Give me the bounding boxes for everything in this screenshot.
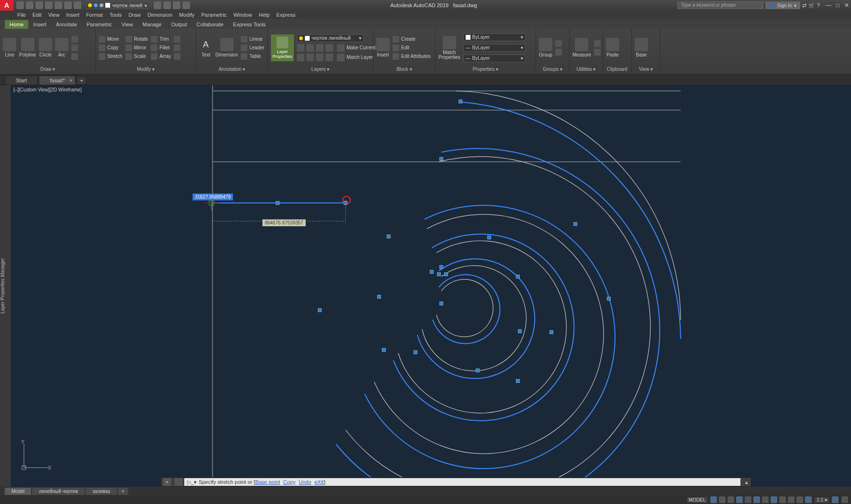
mirror-button[interactable]: Mirror [125, 45, 148, 51]
drawing-viewport[interactable]: [–][Custom View][2D Wireframe] [11, 85, 851, 487]
panel-draw[interactable]: Draw ▾ [0, 67, 95, 74]
modify-extra[interactable] [174, 36, 180, 43]
wrench-icon[interactable] [175, 478, 182, 486]
transparency-icon[interactable] [788, 496, 795, 503]
tab-home[interactable]: Home [5, 20, 28, 29]
text-button[interactable]: AText [199, 38, 213, 57]
move-button[interactable]: Move [99, 36, 123, 43]
grip[interactable] [607, 297, 611, 301]
layer-tool-icon[interactable] [316, 54, 324, 61]
panel-annotation[interactable]: Annotation ▾ [196, 67, 268, 74]
layer-tool-icon[interactable] [325, 54, 333, 61]
match-properties-button[interactable]: Match Properties [438, 36, 460, 60]
groups-extra[interactable] [555, 49, 562, 56]
menu-modify[interactable]: Modify [179, 12, 194, 18]
qat-icon[interactable] [154, 1, 161, 9]
app-logo[interactable]: A [0, 0, 13, 11]
save-icon[interactable] [35, 1, 43, 9]
panel-layers[interactable]: Layers ▾ [268, 67, 373, 74]
grip[interactable] [476, 369, 480, 372]
new-icon[interactable] [16, 1, 24, 9]
line-button[interactable]: Line [3, 38, 16, 57]
draw-extra[interactable] [71, 53, 78, 60]
scale-label[interactable]: 1:1 ▾ [815, 497, 829, 503]
customize-icon[interactable] [841, 496, 848, 503]
redo-icon[interactable] [74, 1, 81, 9]
menu-edit[interactable]: Edit [33, 12, 42, 18]
grip[interactable] [518, 329, 522, 333]
panel-utils[interactable]: Utilities ▾ [570, 67, 603, 74]
grip[interactable] [437, 272, 441, 276]
cart-icon[interactable]: 🛒 [808, 2, 815, 9]
circle-button[interactable]: Circle [39, 38, 52, 57]
match-layer-button[interactable]: Match Layer [337, 54, 373, 61]
add-layout-button[interactable]: + [118, 488, 128, 495]
tab-fasad[interactable]: fasad*× [39, 76, 76, 85]
grip[interactable] [430, 270, 434, 274]
menu-express[interactable]: Express [276, 12, 295, 18]
signin-button[interactable]: 👤 Sign In ▾ [765, 1, 800, 9]
layer-tool-icon[interactable] [316, 44, 324, 52]
minimize-button[interactable]: — [826, 2, 831, 9]
cycling-icon[interactable] [796, 496, 803, 503]
linetype-combo[interactable]: —ByLayer▾ [463, 55, 526, 62]
tab-start[interactable]: Start [5, 76, 38, 85]
tab-view[interactable]: View [117, 20, 138, 29]
grip[interactable] [487, 235, 491, 239]
grip[interactable] [382, 348, 386, 352]
tab-express[interactable]: Express Tools [228, 20, 270, 29]
lineweight-combo[interactable]: —ByLayer▾ [463, 44, 526, 52]
insert-button[interactable]: Insert [376, 38, 390, 57]
close-button[interactable]: ✕ [844, 2, 849, 9]
3dosnap-icon[interactable] [762, 496, 769, 503]
grip[interactable] [377, 295, 381, 299]
model-tab[interactable]: Model [5, 488, 31, 495]
grip[interactable] [439, 302, 443, 305]
isoplane-icon[interactable] [745, 496, 751, 503]
grip[interactable] [549, 330, 553, 334]
layer-tool-icon[interactable] [306, 44, 314, 52]
menu-view[interactable]: View [48, 12, 60, 18]
draw-extra[interactable] [71, 36, 78, 43]
panel-modify[interactable]: Modify ▾ [96, 67, 196, 74]
qat-icon[interactable] [173, 1, 180, 9]
undo-icon[interactable] [64, 1, 72, 9]
measure-button[interactable]: Measure [572, 38, 591, 57]
grid-icon[interactable] [710, 496, 717, 503]
make-current-button[interactable]: Make Current [337, 44, 376, 52]
stretch-button[interactable]: Stretch [99, 53, 123, 60]
chevron-up-icon[interactable]: ▴ [742, 479, 751, 485]
plot-icon[interactable] [55, 1, 62, 9]
color-combo[interactable]: ByLayer▾ [463, 34, 526, 41]
otrack-icon[interactable] [771, 496, 777, 503]
layer-tool-icon[interactable] [297, 54, 304, 61]
tab-annotate[interactable]: Annotate [51, 20, 82, 29]
tab-collaborate[interactable]: Collaborate [192, 20, 228, 29]
paste-button[interactable]: Paste [606, 38, 619, 57]
exchange-icon[interactable]: ⇄ [802, 2, 806, 9]
grip[interactable] [387, 235, 391, 238]
grip[interactable] [516, 275, 520, 279]
grip[interactable] [414, 350, 417, 354]
layout-tab[interactable]: заливка [86, 488, 117, 495]
lineweight-icon[interactable] [779, 496, 786, 503]
qat-icon[interactable] [182, 1, 190, 9]
grip[interactable] [516, 379, 520, 383]
groups-extra[interactable] [555, 40, 562, 47]
draw-extra[interactable] [71, 45, 78, 51]
menu-tools[interactable]: Tools [110, 12, 122, 18]
command-line[interactable]: × ▷_▾ Specify stretch point or [ Base po… [161, 477, 751, 487]
close-icon[interactable]: × [163, 478, 171, 486]
rotate-button[interactable]: Rotate [125, 36, 148, 43]
table-button[interactable]: Table [241, 53, 264, 60]
tab-insert[interactable]: Insert [28, 20, 51, 29]
edit-attributes-button[interactable]: Edit Attributes [392, 53, 431, 60]
panel-block[interactable]: Block ▾ [373, 67, 435, 74]
dynamic-input[interactable]: 31627.95889479 [192, 193, 233, 201]
snap-icon[interactable] [719, 496, 726, 503]
osnap-icon[interactable] [753, 496, 760, 503]
tab-output[interactable]: Output [167, 20, 192, 29]
layer-tool-icon[interactable] [325, 44, 333, 52]
modify-extra[interactable] [174, 45, 180, 51]
layer-properties-button[interactable]: Layer Properties [271, 34, 294, 61]
